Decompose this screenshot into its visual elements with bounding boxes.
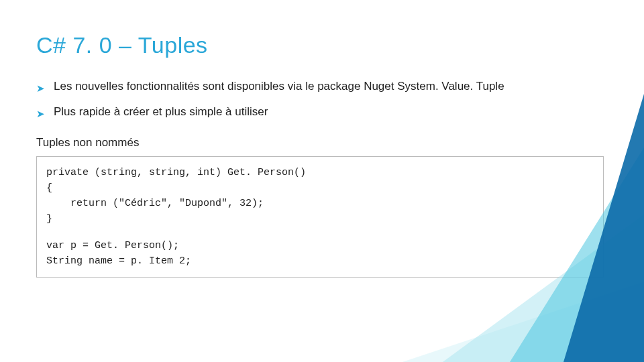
content-area: C# 7. 0 – Tuples ➤ Les nouvelles fonctio… bbox=[36, 32, 604, 278]
code-block: private (string, string, int) Get. Perso… bbox=[36, 156, 604, 278]
bullet-item: ➤ Les nouvelles fonctionnalités sont dis… bbox=[36, 78, 604, 95]
slide-title: C# 7. 0 – Tuples bbox=[36, 32, 604, 58]
arrow-icon: ➤ bbox=[36, 107, 45, 121]
bullet-item: ➤ Plus rapide à créer et plus simple à u… bbox=[36, 104, 604, 120]
code-line: var p = Get. Person(); bbox=[46, 240, 179, 251]
code-line: { bbox=[46, 182, 52, 194]
subheading: Tuples non nommés bbox=[36, 136, 604, 149]
code-line: String name = p. Item 2; bbox=[46, 255, 191, 267]
code-line: } bbox=[46, 213, 52, 225]
slide: C# 7. 0 – Tuples ➤ Les nouvelles fonctio… bbox=[0, 0, 644, 362]
triangle-icon bbox=[402, 282, 644, 362]
bullet-text: Les nouvelles fonctionnalités sont dispo… bbox=[54, 80, 504, 93]
bullet-text: Plus rapide à créer et plus simple à uti… bbox=[54, 105, 268, 118]
code-gap bbox=[46, 227, 594, 238]
code-line: private (string, string, int) Get. Perso… bbox=[46, 167, 306, 178]
arrow-icon: ➤ bbox=[36, 81, 45, 95]
code-line: return ("Cédric", "Dupond", 32); bbox=[46, 198, 264, 209]
bullet-list: ➤ Les nouvelles fonctionnalités sont dis… bbox=[36, 78, 604, 120]
